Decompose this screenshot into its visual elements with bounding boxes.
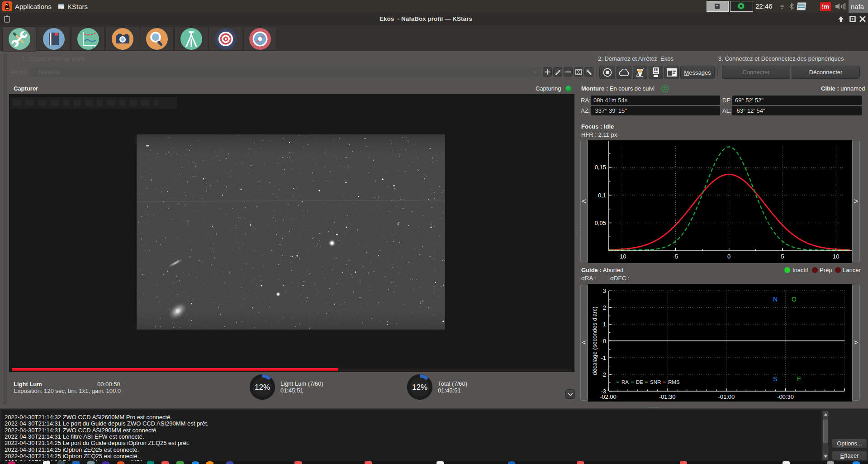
svg-text:0,05: 0,05 (595, 220, 606, 226)
svg-text:x: x (92, 45, 95, 50)
svg-text:RMS: RMS (668, 379, 680, 385)
svg-text:0,15: 0,15 (595, 164, 606, 171)
svg-text:-10: -10 (618, 253, 626, 260)
svg-text:-1: -1 (601, 354, 606, 361)
svg-text:0,1: 0,1 (598, 192, 606, 199)
svg-text:S: S (773, 375, 777, 383)
svg-text:12%: 12% (412, 383, 427, 392)
svg-text:SNR: SNR (650, 379, 661, 385)
svg-text:0: 0 (727, 253, 730, 260)
svg-text:-02:00: -02:00 (600, 393, 617, 400)
svg-text:-2: -2 (601, 371, 606, 378)
svg-text:10: 10 (833, 253, 839, 260)
svg-text:RA: RA (621, 379, 629, 385)
svg-text:-01:00: -01:00 (718, 393, 735, 400)
svg-text:0: 0 (603, 338, 606, 344)
svg-text:2: 2 (603, 304, 606, 311)
svg-text:E: E (797, 375, 801, 383)
svg-text:12%: 12% (255, 383, 270, 392)
svg-text:-00:30: -00:30 (777, 393, 794, 400)
svg-text:N: N (773, 296, 778, 303)
svg-text:O: O (792, 296, 797, 303)
svg-text:1: 1 (603, 321, 606, 328)
svg-text:-01:30: -01:30 (659, 393, 676, 400)
svg-text:5: 5 (781, 253, 784, 260)
svg-text:DE: DE (636, 379, 643, 385)
svg-text:-5: -5 (673, 253, 678, 260)
svg-text:3: 3 (603, 287, 606, 294)
svg-text:Y: Y (80, 32, 83, 36)
